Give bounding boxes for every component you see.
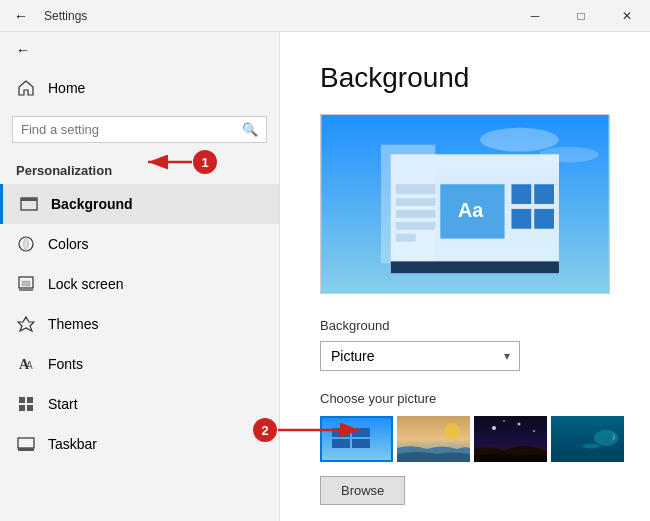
sidebar-item-background[interactable]: Background [0, 184, 279, 224]
svg-rect-34 [352, 428, 370, 437]
svg-rect-8 [19, 397, 25, 403]
titlebar-controls: ─ □ ✕ [512, 0, 650, 32]
svg-rect-5 [22, 281, 30, 286]
titlebar-left: ← Settings [8, 4, 87, 28]
taskbar-icon [16, 434, 36, 454]
svg-rect-12 [18, 438, 34, 448]
svg-point-40 [492, 426, 496, 430]
sidebar: ← Home 🔍 Personalization [0, 32, 280, 521]
svg-text:Aa: Aa [458, 199, 484, 221]
svg-rect-28 [534, 209, 554, 229]
sidebar-item-start[interactable]: Start [0, 384, 279, 424]
colors-label: Colors [48, 236, 88, 252]
picture-thumb-3[interactable] [474, 416, 547, 462]
minimize-button[interactable]: ─ [512, 0, 558, 32]
home-label: Home [48, 80, 85, 96]
main-container: ← Home 🔍 Personalization [0, 32, 650, 521]
svg-rect-10 [19, 405, 25, 411]
svg-rect-21 [396, 198, 436, 206]
picture-thumb-1[interactable] [320, 416, 393, 462]
picture-thumb-4[interactable] [551, 416, 624, 462]
picture-thumb-2[interactable] [397, 416, 470, 462]
svg-rect-27 [511, 209, 531, 229]
page-title: Background [320, 62, 610, 94]
back-nav[interactable]: ← [0, 32, 279, 68]
background-field-label: Background [320, 318, 610, 333]
back-icon[interactable]: ← [8, 4, 34, 28]
svg-text:A: A [26, 360, 33, 371]
search-box[interactable]: 🔍 [12, 116, 267, 143]
close-button[interactable]: ✕ [604, 0, 650, 32]
choose-picture-label: Choose your picture [320, 391, 610, 406]
svg-point-41 [518, 423, 521, 426]
section-title: Personalization [0, 151, 279, 184]
picture-thumbnails [320, 416, 610, 462]
sidebar-item-themes[interactable]: Themes [0, 304, 279, 344]
svg-rect-22 [396, 210, 436, 218]
search-icon: 🔍 [242, 122, 258, 137]
svg-rect-25 [511, 184, 531, 204]
svg-point-43 [503, 420, 505, 422]
restore-button[interactable]: □ [558, 0, 604, 32]
background-label: Background [51, 196, 133, 212]
svg-rect-11 [27, 405, 33, 411]
svg-point-42 [533, 430, 535, 432]
svg-point-31 [539, 147, 598, 163]
svg-rect-1 [21, 198, 37, 201]
sidebar-item-fonts[interactable]: A A Fonts [0, 344, 279, 384]
themes-icon [16, 314, 36, 334]
svg-rect-33 [332, 428, 350, 437]
svg-point-30 [480, 128, 559, 152]
start-icon [16, 394, 36, 414]
lock-screen-icon [16, 274, 36, 294]
background-dropdown-container: Picture Solid color Slideshow ▾ [320, 341, 520, 371]
svg-rect-36 [352, 439, 370, 448]
taskbar-label: Taskbar [48, 436, 97, 452]
sidebar-home[interactable]: Home [0, 68, 279, 108]
sidebar-item-lock-screen[interactable]: Lock screen [0, 264, 279, 304]
back-nav-icon: ← [16, 42, 30, 58]
lock-screen-label: Lock screen [48, 276, 123, 292]
svg-point-38 [444, 423, 460, 439]
start-label: Start [48, 396, 78, 412]
home-icon [16, 78, 36, 98]
themes-label: Themes [48, 316, 99, 332]
svg-rect-13 [18, 448, 34, 451]
colors-icon [16, 234, 36, 254]
svg-rect-17 [391, 155, 559, 175]
sidebar-item-taskbar[interactable]: Taskbar [0, 424, 279, 464]
svg-rect-26 [534, 184, 554, 204]
browse-button[interactable]: Browse [320, 476, 405, 505]
background-preview: Aa [320, 114, 610, 294]
fonts-label: Fonts [48, 356, 83, 372]
background-dropdown[interactable]: Picture Solid color Slideshow [320, 341, 520, 371]
fonts-icon: A A [16, 354, 36, 374]
titlebar: ← Settings ─ □ ✕ [0, 0, 650, 32]
svg-rect-9 [27, 397, 33, 403]
titlebar-title: Settings [44, 9, 87, 23]
svg-rect-35 [332, 439, 350, 448]
content-area: Background Aa [280, 32, 650, 521]
svg-rect-23 [396, 222, 436, 230]
svg-rect-29 [391, 261, 559, 273]
background-icon [19, 194, 39, 214]
svg-rect-20 [396, 184, 436, 194]
search-input[interactable] [21, 122, 236, 137]
svg-rect-24 [396, 234, 416, 242]
sidebar-item-colors[interactable]: Colors [0, 224, 279, 264]
